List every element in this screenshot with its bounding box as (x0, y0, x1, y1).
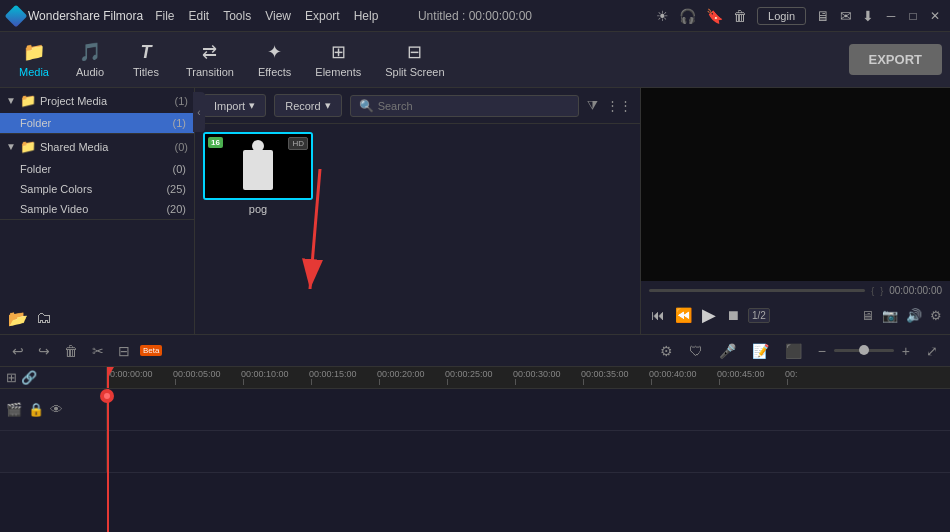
track-timeline-2[interactable] (107, 431, 950, 472)
ruler-mark-9: 00:00:45:00 (719, 369, 787, 385)
ruler-mark-8: 00:00:40:00 (651, 369, 719, 385)
delete-button[interactable]: 🗑 (60, 341, 82, 361)
minimize-button[interactable]: ─ (884, 9, 898, 23)
project-media-folder[interactable]: Folder (1) (0, 113, 194, 133)
import-button[interactable]: Import ▾ (203, 94, 266, 117)
maximize-button[interactable]: □ (906, 9, 920, 23)
logo-diamond (5, 4, 28, 27)
menu-file[interactable]: File (155, 9, 174, 23)
elements-icon: ⊞ (331, 41, 346, 63)
shared-folder-item[interactable]: Folder (0) (0, 159, 194, 179)
track-options-icon[interactable]: 🔗 (21, 370, 37, 385)
track-film-icon[interactable]: 🎬 (6, 402, 22, 417)
media-item-pog[interactable]: 16 HD pog (203, 132, 313, 215)
toolbar-transition[interactable]: ⇄ Transition (176, 37, 244, 82)
menu-view[interactable]: View (265, 9, 291, 23)
collapse-arrow-icon: ▼ (6, 95, 16, 106)
track-eye-icon[interactable]: 👁 (50, 402, 63, 417)
folder-icon: 📁 (20, 93, 36, 108)
record-label: Record (285, 100, 320, 112)
download-icon[interactable]: ⬇ (862, 8, 874, 24)
toolbar-titles[interactable]: T Titles (120, 38, 172, 82)
panel-bottom-icons: 📂 🗂 (0, 303, 194, 334)
tl-settings-icon[interactable]: ⚙ (656, 341, 677, 361)
tl-mic-icon[interactable]: 🎤 (715, 341, 740, 361)
monitor-icon[interactable]: 🖥 (816, 8, 830, 24)
import-dropdown-icon[interactable]: ▾ (249, 99, 255, 112)
project-title: Untitled : 00:00:00:00 (418, 9, 532, 23)
track-lock-icon[interactable]: 🔒 (28, 402, 44, 417)
ruler-mark-4: 00:00:20:00 (379, 369, 447, 385)
skip-back-icon[interactable]: ⏮ (649, 305, 667, 325)
menu-export[interactable]: Export (305, 9, 340, 23)
menu-edit[interactable]: Edit (189, 9, 210, 23)
ruler-mark-0: 00:00:00:00 (107, 369, 175, 385)
track-controls-2 (0, 431, 107, 472)
sample-colors-item[interactable]: Sample Colors (25) (0, 179, 194, 199)
progress-track[interactable] (649, 289, 865, 292)
shared-media-header[interactable]: ▼ 📁 Shared Media (0) (0, 134, 194, 159)
range-end-icon: } (880, 286, 883, 296)
ruler-mark-1: 00:00:05:00 (175, 369, 243, 385)
sun-icon[interactable]: ☀ (656, 8, 669, 24)
bookmark-icon[interactable]: 🔖 (706, 8, 723, 24)
toolbar-media[interactable]: 📁 Media (8, 37, 60, 82)
track-header-controls: ⊞ 🔗 (0, 367, 107, 389)
timeline-ruler-row: ⊞ 🔗 00:00:00:00 00:00:05:00 00:00:10:00 (0, 367, 950, 389)
export-button[interactable]: EXPORT (849, 44, 942, 75)
toolbar-audio[interactable]: 🎵 Audio (64, 37, 116, 82)
menu-help[interactable]: Help (354, 9, 379, 23)
speed-selector[interactable]: 1/2 (748, 308, 770, 323)
track-timeline-1[interactable] (107, 389, 950, 430)
ruler-mark-3: 00:00:15:00 (311, 369, 379, 385)
tl-expand-icon[interactable]: ⤢ (922, 341, 942, 361)
monitor-preview-icon[interactable]: 🖥 (861, 308, 874, 323)
stop-icon[interactable]: ⏹ (724, 305, 742, 325)
cut-button[interactable]: ✂ (88, 341, 108, 361)
new-folder-icon[interactable]: 🗂 (36, 309, 52, 328)
ruler-playhead (107, 367, 109, 388)
grid-view-icon[interactable]: ⋮⋮ (606, 98, 632, 113)
step-back-icon[interactable]: ⏪ (673, 305, 694, 325)
volume-icon[interactable]: 🔊 (906, 308, 922, 323)
track-controls-1: 🎬 🔒 👁 (0, 389, 107, 430)
search-input[interactable] (378, 100, 570, 112)
record-button[interactable]: Record ▾ (274, 94, 341, 117)
zoom-bar[interactable] (834, 349, 894, 352)
toolbar-splitscreen[interactable]: ⊟ Split Screen (375, 37, 454, 82)
play-icon[interactable]: ▶ (700, 302, 718, 328)
zoom-in-icon[interactable]: + (898, 341, 914, 361)
add-folder-icon[interactable]: 📂 (8, 309, 28, 328)
project-media-header[interactable]: ▼ 📁 Project Media (1) (0, 88, 194, 113)
headphone-icon[interactable]: 🎧 (679, 8, 696, 24)
ruler-mark-2: 00:00:10:00 (243, 369, 311, 385)
screenshot-icon[interactable]: 📷 (882, 308, 898, 323)
filter-icon[interactable]: ⧩ (587, 98, 598, 114)
thumb-figure-body (243, 150, 273, 190)
preview-progress-bar: { } 00:00:00:00 (649, 285, 942, 296)
split-button[interactable]: ⊟ (114, 341, 134, 361)
redo-button[interactable]: ↪ (34, 341, 54, 361)
zoom-controls: − + (814, 341, 914, 361)
panel-collapse-arrow[interactable]: ‹ (193, 92, 205, 132)
ruler-mark-5: 00:00:25:00 (447, 369, 515, 385)
tl-shield-icon[interactable]: 🛡 (685, 341, 707, 361)
menu-tools[interactable]: Tools (223, 9, 251, 23)
tl-captions-icon[interactable]: 📝 (748, 341, 773, 361)
undo-button[interactable]: ↩ (8, 341, 28, 361)
close-button[interactable]: ✕ (928, 9, 942, 23)
time-display: 00:00:00:00 (889, 285, 942, 296)
settings-preview-icon[interactable]: ⚙ (930, 308, 942, 323)
add-track-icon[interactable]: ⊞ (6, 370, 17, 385)
toolbar-elements[interactable]: ⊞ Elements (305, 37, 371, 82)
mail-icon[interactable]: ✉ (840, 8, 852, 24)
toolbar-effects[interactable]: ✦ Effects (248, 37, 301, 82)
record-dropdown-icon[interactable]: ▾ (325, 99, 331, 112)
sample-video-item[interactable]: Sample Video (20) (0, 199, 194, 219)
zoom-out-icon[interactable]: − (814, 341, 830, 361)
timeline-right-icons: ⚙ 🛡 🎤 📝 ⬛ − + ⤢ (656, 341, 942, 361)
trash-icon[interactable]: 🗑 (733, 8, 747, 24)
thumb-badge-hd: HD (288, 137, 308, 150)
tl-record-icon[interactable]: ⬛ (781, 341, 806, 361)
login-button[interactable]: Login (757, 7, 806, 25)
